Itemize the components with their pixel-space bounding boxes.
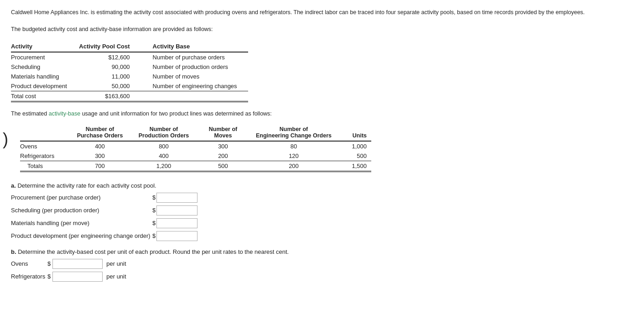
procurement-rate-row: Procurement (per purchase order) $ (11, 193, 633, 203)
purchase-orders-header: Number ofPurchase Orders (70, 125, 130, 141)
refrigerators-per-unit-text: per unit (106, 273, 126, 280)
units-cell: 1,000 (339, 141, 371, 151)
activity-cell: Procurement (11, 52, 76, 62)
ovens-per-unit-row: Ovens $ per unit (11, 259, 633, 269)
cost-col-header: Activity Pool Cost (76, 42, 139, 52)
product-dev-dollar: $ (152, 232, 156, 239)
totals-production-orders: 1,200 (130, 161, 198, 171)
materials-rate-row: Materials handling (per move) $ (11, 218, 633, 228)
cost-cell: $12,600 (76, 52, 139, 62)
procurement-dollar: $ (152, 194, 156, 201)
section-b-label: b. (11, 248, 18, 255)
base-cell: Number of engineering changes (139, 81, 248, 91)
base-cell: Number of production orders (139, 62, 248, 72)
section-a-label: a. (11, 182, 17, 189)
purchase-orders-cell: 400 (70, 141, 130, 151)
table-row: Scheduling 90,000 Number of production o… (11, 62, 248, 72)
procurement-rate-label: Procurement (per purchase order) (11, 194, 152, 201)
cost-cell: 90,000 (76, 62, 139, 72)
cost-cell: 11,000 (76, 72, 139, 81)
activity-col-header: Activity (11, 42, 76, 52)
refrigerators-per-unit-label: Refrigerators (11, 273, 47, 280)
section-a: a. Determine the activity rate for each … (11, 182, 633, 241)
activity-cell: Materials handling (11, 72, 76, 81)
section-b: b. Determine the activity-based cost per… (11, 248, 633, 282)
table-row: Materials handling 11,000 Number of move… (11, 72, 248, 81)
product-table: Number ofPurchase Orders Number ofProduc… (20, 125, 371, 172)
estimated-text: The estimated activity-base usage and un… (11, 110, 633, 117)
ovens-per-unit-label: Ovens (11, 260, 47, 267)
ovens-per-unit-text: per unit (106, 260, 126, 267)
scheduling-rate-input[interactable] (156, 205, 197, 215)
engineering-header: Number ofEngineering Change Orders (248, 125, 339, 141)
purchase-orders-cell: 300 (70, 151, 130, 161)
production-orders-cell: 400 (130, 151, 198, 161)
refrigerators-dollar: $ (47, 273, 51, 280)
totals-units: 1,500 (339, 161, 371, 171)
product-dev-rate-row: Product development (per engineering cha… (11, 231, 633, 241)
totals-moves: 500 (198, 161, 248, 171)
product-dev-rate-input[interactable] (156, 231, 197, 241)
moves-cell: 200 (198, 151, 248, 161)
engineering-cell: 80 (248, 141, 339, 151)
cost-cell: 50,000 (76, 81, 139, 91)
procurement-rate-input[interactable] (156, 193, 197, 203)
product-label: Refrigerators (20, 151, 70, 161)
base-col-header: Activity Base (139, 42, 248, 52)
materials-rate-label: Materials handling (per move) (11, 220, 152, 226)
refrigerators-per-unit-input[interactable] (52, 272, 103, 282)
product-dev-rate-label: Product development (per engineering cha… (11, 232, 152, 239)
activity-cell: Product development (11, 81, 76, 91)
refrigerators-per-unit-row: Refrigerators $ per unit (11, 272, 633, 282)
product-col-header (20, 125, 70, 141)
activity-base-link[interactable]: activity-base (49, 110, 80, 117)
intro-paragraph: Caldwell Home Appliances Inc. is estimat… (11, 8, 633, 34)
base-cell: Number of moves (139, 72, 248, 81)
moves-cell: 300 (198, 141, 248, 151)
base-cell: Number of purchase orders (139, 52, 248, 62)
production-orders-cell: 800 (130, 141, 198, 151)
total-row: Total cost $163,600 (11, 91, 248, 101)
scheduling-dollar: $ (152, 207, 156, 214)
total-label: Total cost (11, 91, 76, 101)
bracket-decoration: ) (3, 130, 8, 149)
scheduling-rate-row: Scheduling (per production order) $ (11, 205, 633, 215)
engineering-cell: 120 (248, 151, 339, 161)
section-b-description: b. Determine the activity-based cost per… (11, 248, 633, 255)
units-header: Units (339, 125, 371, 141)
totals-purchase-orders: 700 (70, 161, 130, 171)
table-row: Procurement $12,600 Number of purchase o… (11, 52, 248, 62)
units-cell: 500 (339, 151, 371, 161)
intro-line2: The budgeted activity cost and activity-… (11, 25, 633, 34)
activity-cell: Scheduling (11, 62, 76, 72)
production-orders-header: Number ofProduction Orders (130, 125, 198, 141)
ovens-dollar: $ (47, 260, 51, 267)
section-a-description: a. Determine the activity rate for each … (11, 182, 633, 189)
totals-row: Totals 700 1,200 500 200 1,500 (20, 161, 371, 171)
product-label: Ovens (20, 141, 70, 151)
total-cost: $163,600 (76, 91, 139, 101)
activity-table: Activity Activity Pool Cost Activity Bas… (11, 42, 248, 102)
intro-line1: Caldwell Home Appliances Inc. is estimat… (11, 8, 633, 17)
table-row: Refrigerators 300 400 200 120 500 (20, 151, 371, 161)
table-row: Product development 50,000 Number of eng… (11, 81, 248, 91)
moves-header: Number ofMoves (198, 125, 248, 141)
totals-engineering: 200 (248, 161, 339, 171)
ovens-per-unit-input[interactable] (52, 259, 103, 269)
scheduling-rate-label: Scheduling (per production order) (11, 207, 152, 214)
materials-rate-input[interactable] (156, 218, 197, 228)
table-row: Ovens 400 800 300 80 1,000 (20, 141, 371, 151)
totals-label: Totals (20, 161, 70, 171)
materials-dollar: $ (152, 220, 156, 226)
